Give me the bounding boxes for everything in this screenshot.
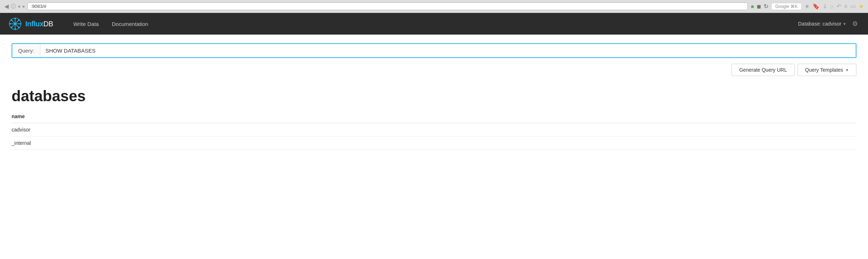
svg-point-13 — [11, 27, 13, 28]
search-label: Google ⌘K — [775, 4, 798, 9]
settings-icon[interactable]: ⚙ — [851, 18, 859, 29]
table-cell-internal: _internal — [12, 137, 856, 150]
table-cell-cadvisor: cadvisor — [12, 123, 856, 137]
browser-controls: ◀ ⓘ ■ ■ — [4, 3, 25, 10]
browser-back-icon[interactable]: ◀ — [4, 3, 9, 10]
query-templates-label: Query Templates — [805, 67, 843, 73]
starred-icon[interactable]: ★ — [859, 3, 864, 10]
nav-documentation[interactable]: Documentation — [106, 18, 154, 30]
qr-icon: ▦ — [757, 4, 761, 9]
svg-point-12 — [18, 19, 20, 21]
chevron-down-icon: ▼ — [845, 68, 849, 72]
download-icon[interactable]: ⇓ — [823, 3, 827, 10]
address-text: :9083/# — [31, 4, 46, 9]
table-row: _internal — [12, 137, 856, 150]
brand-influx: Influx — [25, 20, 43, 28]
svg-point-8 — [9, 23, 11, 25]
puzzle-icon[interactable]: ▭ — [850, 3, 856, 10]
svg-point-6 — [14, 18, 16, 19]
series-title: databases — [12, 88, 856, 105]
extend-icon[interactable]: ≡ — [844, 3, 847, 10]
db-selector-label: Database: cadvisor — [798, 21, 841, 27]
browser-chrome: ◀ ⓘ ■ ■ :9083/# ■ ▦ ↻ Google ⌘K ★ 🔖 ⇓ ⌂ … — [0, 0, 868, 13]
window-icon2: ■ — [22, 4, 25, 8]
brand-text: InfluxDB — [25, 20, 53, 28]
influxdb-logo-icon — [9, 17, 22, 30]
navbar-links: Write Data Documentation — [67, 18, 798, 30]
navbar: InfluxDB Write Data Documentation Databa… — [0, 13, 868, 35]
bookmark-icon[interactable]: 🔖 — [812, 3, 820, 10]
back-icon[interactable]: ↶ — [837, 3, 841, 10]
window-icon1: ■ — [18, 4, 20, 8]
svg-point-11 — [18, 27, 20, 28]
info-icon[interactable]: ⓘ — [11, 3, 16, 10]
query-templates-button[interactable]: Query Templates ▼ — [798, 64, 856, 76]
chevron-down-icon: ▼ — [843, 22, 846, 26]
query-input[interactable] — [40, 44, 856, 57]
buttons-row: Generate Query URL Query Templates ▼ — [12, 64, 856, 76]
table-row: cadvisor — [12, 123, 856, 137]
brand-db: DB — [43, 20, 53, 28]
brand: InfluxDB — [9, 17, 53, 30]
query-wrapper: Query: — [12, 43, 856, 58]
reload-icon[interactable]: ↻ — [764, 3, 768, 10]
shield-icon: ■ — [751, 4, 754, 9]
svg-point-5 — [14, 22, 16, 25]
result-table: name cadvisor _internal — [12, 111, 856, 150]
db-selector[interactable]: Database: cadvisor ▼ — [798, 21, 846, 27]
nav-write-data[interactable]: Write Data — [67, 18, 105, 30]
query-label: Query: — [12, 44, 40, 57]
home-icon[interactable]: ⌂ — [830, 3, 834, 10]
svg-point-9 — [19, 23, 21, 25]
results-area: databases name cadvisor _internal — [12, 88, 856, 150]
browser-icons-right: ■ ▦ ↻ Google ⌘K ★ 🔖 ⇓ ⌂ ↶ ≡ ▭ ★ — [751, 3, 864, 10]
navbar-right: Database: cadvisor ▼ ⚙ — [798, 18, 859, 29]
address-bar[interactable]: :9083/# — [27, 3, 748, 10]
generate-query-url-label: Generate Query URL — [739, 67, 787, 73]
generate-query-url-button[interactable]: Generate Query URL — [732, 64, 794, 76]
svg-point-7 — [14, 28, 16, 30]
star-bookmark-icon[interactable]: ★ — [804, 3, 810, 10]
main-content: Query: Generate Query URL Query Template… — [0, 35, 868, 259]
search-box[interactable]: Google ⌘K — [771, 3, 802, 10]
svg-point-10 — [11, 19, 13, 21]
column-header-name: name — [12, 111, 856, 123]
